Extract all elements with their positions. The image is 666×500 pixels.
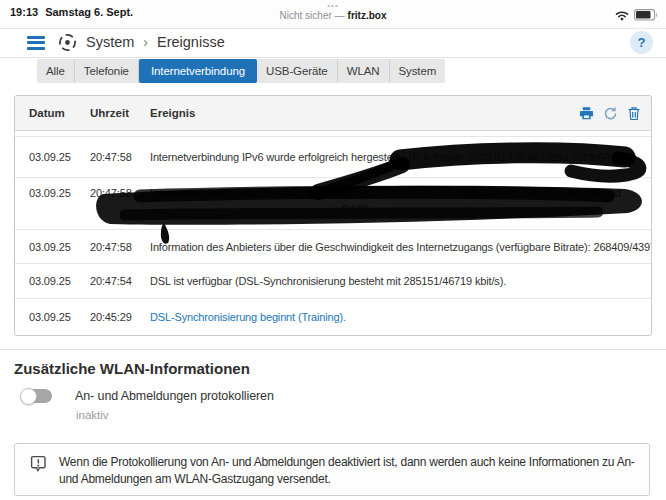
table-row: 03.09.25 20:47:54 DSL ist verfügbar (DSL… — [15, 264, 651, 299]
event-cell: Internetverbindung IPv6 wurde erfolgreic… — [150, 151, 651, 163]
date-cell: 03.09.25 — [29, 241, 90, 253]
refresh-button[interactable] — [603, 106, 618, 121]
time-cell: 20:47:54 — [90, 275, 150, 287]
table-header: Datum Uhrzeit Ereignis — [15, 96, 651, 131]
address-host: fritz.box — [348, 10, 387, 21]
toggle-knob — [20, 388, 37, 405]
event-cell: Information des Anbieters über die Gesch… — [150, 241, 651, 253]
chevron-right-icon: › — [143, 34, 148, 50]
events-table: Datum Uhrzeit Ereignis 03.09.25 20:47:58… — [14, 95, 652, 336]
toggle-label: An- und Abmeldungen protokollieren — [75, 389, 274, 403]
redacted-text: 6.102 — [342, 203, 651, 215]
wifi-icon — [615, 7, 629, 25]
tab-usb-geraete[interactable]: USB-Geräte — [257, 59, 338, 83]
table-row: 03.09.25 20:45:29 DSL-Synchronisierung b… — [15, 299, 651, 335]
print-button[interactable] — [579, 106, 594, 121]
hamburger-icon — [27, 36, 45, 39]
table-row: 03.09.25 20:47:58 Internetverbindung wur… — [15, 178, 651, 230]
date-cell: 03.09.25 — [29, 151, 90, 163]
time-cell: 20:45:29 — [90, 311, 150, 323]
toggle-state: inaktiv — [76, 409, 109, 421]
page-title: Ereignisse — [157, 34, 225, 50]
event-cell: Internetverbindung wurde erfolgreich her… — [150, 178, 651, 215]
fritz-target-icon — [57, 32, 78, 53]
delete-button[interactable] — [627, 106, 641, 121]
table-row: 03.09.25 20:47:58 Information des Anbiet… — [15, 230, 651, 264]
safari-status-bar: 19:13Samstag 6. Sept. ••• Nicht sicher —… — [0, 0, 666, 29]
event-cell: DSL ist verfügbar (DSL-Synchronisierung … — [150, 275, 651, 287]
time-cell: 20:47:58 — [90, 151, 150, 163]
tab-alle[interactable]: Alle — [37, 59, 75, 83]
tab-internetverbindung[interactable]: Internetverbindung — [139, 59, 257, 83]
event-link[interactable]: DSL-Synchronisierung beginnt (Training). — [150, 311, 651, 323]
column-header-uhrzeit: Uhrzeit — [90, 107, 150, 119]
tab-telefonie[interactable]: Telefonie — [75, 59, 139, 83]
event-filter-tabs: Alle Telefonie Internetverbindung USB-Ge… — [37, 59, 445, 83]
address-bar[interactable]: Nicht sicher —fritz.box — [0, 10, 666, 22]
security-label: Nicht sicher — — [280, 10, 345, 21]
column-header-ereignis: Ereignis — [150, 107, 651, 119]
wlan-section-heading: Zusätzliche WLAN-Informationen — [14, 360, 250, 377]
app-header: System›Ereignisse ? — [0, 29, 666, 58]
tab-system[interactable]: System — [390, 59, 446, 83]
date-cell: 03.09.25 — [29, 275, 90, 287]
info-text: Wenn die Protokollierung von An- und Abm… — [59, 454, 649, 495]
date-cell: 03.09.25 — [29, 311, 90, 323]
time-cell: 20:47:58 — [90, 241, 150, 253]
date-cell: 03.09.25 — [29, 178, 90, 199]
info-bubble-icon — [30, 455, 47, 495]
menu-button[interactable] — [27, 36, 45, 50]
help-button[interactable]: ? — [630, 31, 653, 54]
column-header-datum: Datum — [29, 107, 90, 119]
window-handle-dots[interactable]: ••• — [0, 2, 666, 10]
table-row: 03.09.25 20:47:58 Internetverbindung IPv… — [15, 137, 651, 178]
tab-wlan[interactable]: WLAN — [338, 59, 390, 83]
section-divider — [0, 349, 666, 350]
breadcrumb: System›Ereignisse — [86, 34, 225, 50]
info-box: Wenn die Protokollierung von An- und Abm… — [14, 443, 650, 496]
redacted-text: 93.222.226.74, DNS-Server: 217.237.150.2… — [382, 187, 621, 199]
time-cell: 20:47:58 — [90, 178, 150, 199]
logging-toggle[interactable] — [21, 389, 52, 403]
breadcrumb-system[interactable]: System — [86, 34, 134, 50]
battery-icon — [634, 7, 658, 25]
redacted-text: IP-Adresse: 2003:d1:f7ff:483:fa5d:35f:fe… — [409, 151, 637, 163]
